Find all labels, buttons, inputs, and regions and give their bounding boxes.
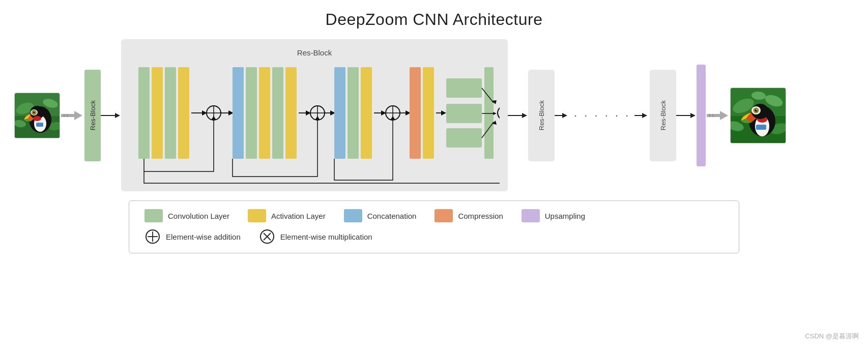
second-res-block: Res-Block: [528, 70, 555, 161]
svg-rect-65: [446, 128, 482, 148]
addition-label: Element-wise addition: [166, 233, 241, 241]
output-image: [730, 88, 786, 143]
compression-swatch: [435, 209, 453, 222]
activation-swatch: [248, 209, 266, 222]
plus-circle-icon: [144, 228, 161, 245]
svg-marker-93: [720, 111, 728, 120]
concatenation-swatch: [344, 209, 362, 222]
svg-marker-21: [74, 111, 82, 120]
svg-point-18: [33, 116, 41, 121]
convolution-label: Convolution Layer: [168, 212, 229, 220]
svg-marker-82: [390, 116, 395, 120]
svg-point-17: [34, 111, 35, 112]
third-res-block-label: Res-Block: [659, 100, 667, 130]
main-res-block: Res-Block: [121, 39, 508, 191]
first-res-block: Res-Block: [84, 70, 101, 161]
svg-marker-85: [522, 113, 527, 118]
svg-rect-106: [756, 125, 766, 130]
svg-rect-51: [361, 67, 372, 159]
output-arrow: [706, 108, 730, 123]
svg-marker-25: [115, 113, 120, 118]
third-res-block: Res-Block: [650, 70, 676, 161]
svg-marker-89: [642, 113, 647, 118]
svg-rect-59: [410, 67, 421, 159]
compression-label: Compression: [458, 212, 503, 220]
svg-rect-40: [272, 67, 283, 159]
legend-addition: Element-wise addition: [144, 228, 241, 245]
legend-concatenation: Concatenation: [344, 209, 417, 222]
watermark: CSDN @是暮涯啊: [805, 332, 859, 341]
svg-rect-92: [707, 114, 720, 117]
cross-circle-icon: [259, 228, 275, 245]
svg-point-73: [498, 106, 500, 120]
svg-rect-39: [259, 67, 270, 159]
svg-rect-63: [446, 78, 482, 98]
svg-marker-91: [690, 113, 696, 118]
arrow-after-main: [508, 110, 528, 121]
upsample-bar: [697, 65, 706, 166]
dots: · · · · · ·: [574, 109, 630, 122]
page-title: DeepZoom CNN Architecture: [326, 10, 543, 29]
input-image: [14, 93, 60, 138]
svg-rect-28: [165, 67, 176, 159]
svg-rect-49: [334, 67, 345, 159]
legend-activation: Activation Layer: [248, 209, 326, 222]
upsampling-swatch: [522, 209, 540, 222]
legend-compression: Compression: [435, 209, 503, 222]
main-res-block-label: Res-Block: [128, 48, 501, 57]
dots-section: · · · · · ·: [555, 109, 650, 122]
arrow-to-main: [101, 110, 121, 121]
svg-rect-37: [233, 67, 244, 159]
svg-rect-38: [246, 67, 257, 159]
svg-marker-87: [562, 113, 567, 118]
svg-rect-20: [61, 114, 74, 117]
svg-rect-29: [178, 67, 189, 159]
svg-rect-60: [423, 67, 434, 159]
legend-upsampling: Upsampling: [522, 209, 585, 222]
legend-row-1: Convolution Layer Activation Layer Conca…: [144, 209, 724, 222]
svg-rect-41: [285, 67, 297, 159]
svg-point-117: [756, 109, 757, 110]
svg-rect-19: [36, 123, 43, 127]
svg-rect-50: [348, 67, 359, 159]
legend: Convolution Layer Activation Layer Conca…: [129, 200, 739, 253]
svg-rect-27: [152, 67, 163, 159]
svg-rect-64: [446, 104, 482, 123]
svg-marker-71: [493, 112, 497, 115]
concatenation-label: Concatenation: [367, 212, 417, 220]
legend-multiplication: Element-wise multiplication: [259, 228, 372, 245]
upsampling-label: Upsampling: [545, 212, 585, 220]
legend-convolution: Convolution Layer: [144, 209, 229, 222]
arrow-to-upsample: [676, 110, 697, 121]
svg-marker-81: [315, 116, 320, 120]
main-architecture: Res-Block Res-Block: [14, 39, 854, 191]
second-res-block-label: Res-Block: [538, 100, 545, 130]
activation-label: Activation Layer: [271, 212, 326, 220]
svg-rect-26: [138, 67, 150, 159]
first-res-block-label: Res-Block: [89, 100, 97, 130]
svg-marker-80: [211, 116, 216, 120]
svg-marker-62: [441, 110, 446, 115]
multiplication-label: Element-wise multiplication: [280, 233, 372, 241]
svg-point-116: [755, 109, 758, 111]
input-arrow: [60, 108, 84, 123]
convolution-swatch: [144, 209, 163, 222]
svg-rect-66: [484, 67, 494, 159]
legend-row-2: Element-wise addition Element-wise multi…: [144, 228, 724, 245]
